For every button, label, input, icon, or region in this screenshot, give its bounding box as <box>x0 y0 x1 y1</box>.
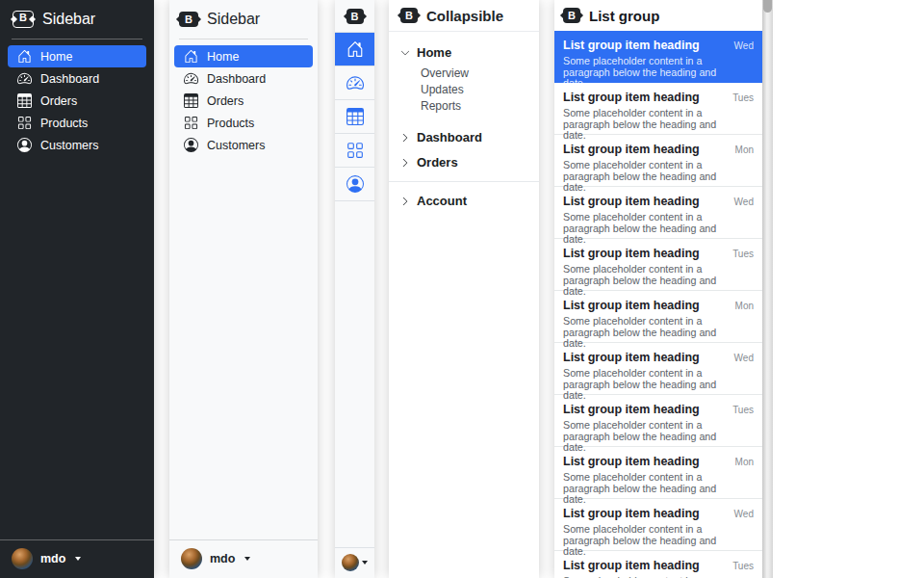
sidebars-examples-page: B Sidebar Home Dashboard Orders Products <box>0 0 924 578</box>
list-item-day: Wed <box>734 40 754 51</box>
list-item[interactable]: List group item headingWed Some placehol… <box>554 499 762 551</box>
bootstrap-logo-icon: B <box>400 8 418 23</box>
list-item[interactable]: List group item headingMon Some placehol… <box>554 135 762 187</box>
chevron-right-icon <box>400 197 410 206</box>
sidebar-item-dashboard[interactable]: Dashboard <box>8 67 146 90</box>
sidebar-item-customers[interactable]: Customers <box>8 134 146 156</box>
list-item-heading: List group item heading <box>563 507 700 520</box>
brand-link[interactable]: B List group <box>563 8 659 24</box>
list-item[interactable]: List group item headingMon Some placehol… <box>554 291 762 343</box>
sidebar-item-label: Products <box>207 117 254 130</box>
scrollbar-thumb[interactable] <box>763 0 772 13</box>
grid-icon <box>346 142 364 159</box>
sidebar-item-products[interactable] <box>335 134 374 168</box>
sidebar-item-home[interactable]: Home <box>174 45 313 67</box>
list-item-day: Wed <box>734 197 754 207</box>
sidebar-item-dashboard[interactable] <box>335 66 374 100</box>
list-item-day: Mon <box>735 144 754 155</box>
subnav-item-reports[interactable]: Reports <box>389 98 539 115</box>
sidebar-nav: Home Dashboard Orders Products Customers <box>0 39 154 156</box>
sidebar-item-label: Orders <box>40 94 77 108</box>
subnav-item-overview[interactable]: Overview <box>389 66 539 82</box>
sidebar-item-home[interactable]: Home <box>8 45 146 67</box>
table-icon <box>184 93 198 108</box>
icon-sidebar: B <box>335 0 374 578</box>
house-icon <box>346 40 364 58</box>
list-item-heading: List group item heading <box>563 247 700 260</box>
speedometer-icon <box>17 71 32 86</box>
sidebar-item-customers[interactable]: Customers <box>174 134 313 156</box>
list-item[interactable]: List group item headingTues Some placeho… <box>554 83 762 135</box>
table-icon <box>346 108 364 125</box>
caret-down-icon <box>75 557 81 561</box>
list-item[interactable]: List group item headingWed Some placehol… <box>554 343 762 395</box>
collapse-toggle-home[interactable]: Home <box>389 43 539 62</box>
bootstrap-logo-icon: B <box>179 12 198 27</box>
user-menu-button[interactable]: mdo <box>0 539 154 578</box>
light-sidebar: B Sidebar Home Dashboard Orders Products <box>169 0 318 578</box>
section-label: Dashboard <box>417 130 482 144</box>
sidebar-item-dashboard[interactable]: Dashboard <box>174 67 313 90</box>
dark-sidebar: B Sidebar Home Dashboard Orders Products <box>0 0 154 578</box>
grid-icon <box>184 116 198 130</box>
list-item[interactable]: List group item headingWed Some placehol… <box>554 187 762 239</box>
sidebar-item-home[interactable] <box>335 33 374 66</box>
sidebar-item-products[interactable]: Products <box>8 112 146 134</box>
collapse-toggle-dashboard[interactable]: Dashboard <box>389 128 539 146</box>
avatar <box>181 548 202 569</box>
user-menu-button[interactable] <box>335 547 374 578</box>
sidebar-item-products[interactable]: Products <box>174 112 313 134</box>
list-item-heading: List group item heading <box>563 455 700 468</box>
collapsible-sidebar: B Collapsible Home Overview Updates Repo… <box>389 0 539 578</box>
list-item[interactable]: List group item headingTues Some placeho… <box>554 239 762 291</box>
sidebar-item-label: Orders <box>207 94 244 108</box>
caret-down-icon <box>244 557 250 561</box>
house-icon <box>184 49 198 64</box>
list-item-heading: List group item heading <box>563 299 700 312</box>
list-item-day: Wed <box>734 353 754 363</box>
sidebar-item-label: Products <box>40 117 88 130</box>
scrollbar-track[interactable] <box>762 0 773 578</box>
grid-icon <box>17 116 32 130</box>
avatar <box>342 554 359 571</box>
sidebar-item-orders[interactable]: Orders <box>174 90 313 112</box>
brand-link[interactable]: B Sidebar <box>13 11 95 28</box>
brand-link[interactable]: B Sidebar <box>179 11 260 28</box>
user-menu-button[interactable]: mdo <box>169 539 318 578</box>
list-item-heading: List group item heading <box>563 91 700 104</box>
house-icon <box>17 49 32 64</box>
chevron-down-icon <box>400 48 410 58</box>
list-item[interactable]: List group item headingTues Some placeho… <box>554 395 762 447</box>
bootstrap-logo-icon: B <box>346 9 364 24</box>
subnav-item-updates[interactable]: Updates <box>389 82 539 98</box>
sidebar-item-label: Customers <box>207 139 265 152</box>
sidebar-item-orders[interactable] <box>335 100 374 134</box>
list-item-heading: List group item heading <box>563 39 700 52</box>
list-item[interactable]: List group item headingMon Some placehol… <box>554 447 762 499</box>
list-item-day: Tues <box>732 249 754 259</box>
speedometer-icon <box>184 71 198 86</box>
home-subnav: Overview Updates Reports <box>389 66 539 115</box>
sidebar-item-label: Home <box>40 50 72 64</box>
list-item-day: Tues <box>732 92 754 103</box>
caret-down-icon <box>362 561 368 565</box>
sidebar-item-orders[interactable]: Orders <box>8 90 146 112</box>
list-group-sidebar: B List group List group item headingWed … <box>554 0 762 578</box>
person-circle-icon <box>346 175 364 193</box>
list-item-heading: List group item heading <box>563 195 700 208</box>
chevron-right-icon <box>400 158 410 168</box>
brand-link[interactable]: B Collapsible <box>400 8 503 24</box>
list-item-heading: List group item heading <box>563 351 700 364</box>
sidebar-title: Collapsible <box>426 8 503 24</box>
person-circle-icon <box>17 138 32 152</box>
sidebar-title: Sidebar <box>207 11 260 28</box>
list-item-day: Tues <box>732 561 754 571</box>
list-item-heading: List group item heading <box>563 403 700 416</box>
brand-link[interactable]: B <box>335 0 374 33</box>
collapse-toggle-orders[interactable]: Orders <box>389 153 539 171</box>
bootstrap-logo-icon: B <box>563 8 580 23</box>
sidebar-item-label: Dashboard <box>40 72 99 86</box>
collapse-toggle-account[interactable]: Account <box>389 192 539 210</box>
sidebar-item-customers[interactable] <box>335 168 374 201</box>
list-item[interactable]: List group item headingWed Some placehol… <box>554 31 762 83</box>
